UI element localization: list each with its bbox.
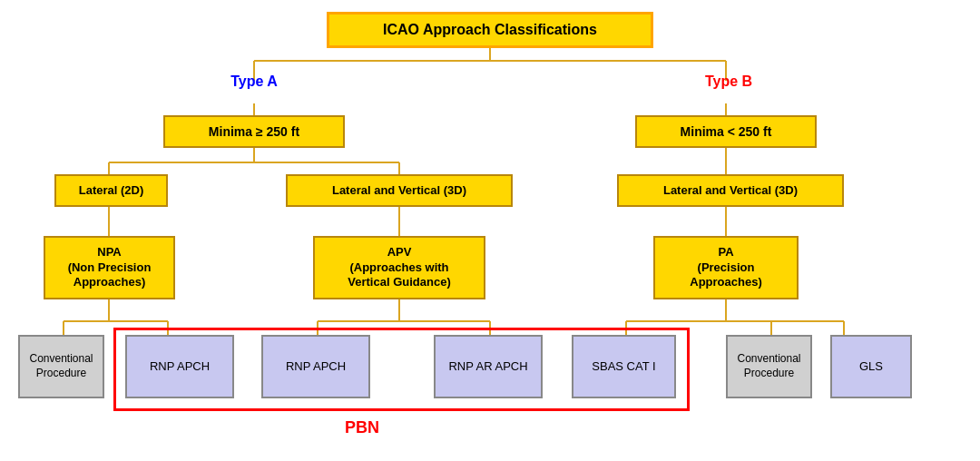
minima-b-box: Minima < 250 ft — [635, 115, 817, 148]
lateral-3d-right-box: Lateral and Vertical (3D) — [617, 174, 844, 207]
pbn-outline-box — [113, 328, 690, 411]
type-a-label: Type A — [222, 74, 286, 90]
npa-text: NPA(Non PrecisionApproaches) — [68, 245, 152, 291]
title-text: ICAO Approach Classifications — [383, 21, 597, 40]
icao-diagram: ICAO Approach Classifications Type A Typ… — [9, 8, 971, 453]
conventional-right-box: Conventional Procedure — [726, 335, 812, 398]
lateral-3d-right-text: Lateral and Vertical (3D) — [663, 183, 798, 199]
pa-text: PA(PrecisionApproaches) — [690, 245, 761, 291]
lateral-3d-left-text: Lateral and Vertical (3D) — [332, 183, 466, 199]
lateral-3d-left-box: Lateral and Vertical (3D) — [286, 174, 513, 207]
conventional-right-text: Conventional Procedure — [737, 352, 800, 380]
title-box: ICAO Approach Classifications — [327, 12, 653, 48]
gls-box: GLS — [830, 335, 912, 398]
pbn-label: PBN — [345, 418, 379, 437]
minima-b-text: Minima < 250 ft — [681, 123, 772, 140]
pa-box: PA(PrecisionApproaches) — [653, 236, 799, 299]
apv-box: APV(Approaches withVertical Guidance) — [313, 236, 485, 299]
minima-a-box: Minima ≥ 250 ft — [163, 115, 345, 148]
lateral-2d-box: Lateral (2D) — [54, 174, 168, 207]
minima-a-text: Minima ≥ 250 ft — [209, 123, 299, 140]
npa-box: NPA(Non PrecisionApproaches) — [44, 236, 175, 299]
gls-text: GLS — [859, 359, 883, 375]
type-b-label: Type B — [697, 74, 760, 90]
apv-text: APV(Approaches withVertical Guidance) — [348, 245, 450, 291]
lateral-2d-text: Lateral (2D) — [79, 183, 144, 199]
conventional-left-text: Conventional Procedure — [29, 352, 93, 380]
conventional-left-box: Conventional Procedure — [18, 335, 104, 398]
